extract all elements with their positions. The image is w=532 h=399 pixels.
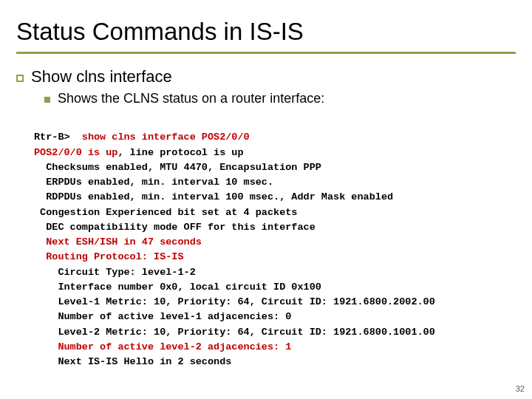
sub-bullet-icon — [44, 97, 50, 103]
terminal-output: Rtr-B> show clns interface POS2/0/0 POS2… — [34, 115, 516, 369]
term-line-9: Routing Protocol: IS-IS — [34, 251, 184, 262]
term-line-2: POS2/0/0 is up, line protocol is up — [34, 147, 244, 158]
bullet-text: Show clns interface — [31, 67, 172, 86]
term-line-8: Next ESH/ISH in 47 seconds — [34, 236, 202, 248]
term-line-4: ERPDUs enabled, min. interval 10 msec. — [34, 177, 273, 188]
term-line-10: Circuit Type: level-1-2 — [34, 267, 196, 278]
term-line-12: Level-1 Metric: 10, Priority: 64, Circui… — [34, 296, 435, 307]
term-line-1: Rtr-B> show clns interface POS2/0/0 — [34, 132, 250, 143]
bullet-level-2: Shows the CLNS status on a router interf… — [44, 91, 516, 106]
term-line-7: DEC compatibility mode OFF for this inte… — [34, 222, 316, 233]
slide-title: Status Commands in IS-IS — [16, 18, 516, 54]
term-line-14: Level-2 Metric: 10, Priority: 64, Circui… — [34, 327, 435, 338]
bullet-level-1: Show clns interface — [16, 67, 516, 86]
term-line-11: Interface number 0x0, local circuit ID 0… — [34, 282, 321, 293]
term-line-16: Next IS-IS Hello in 2 seconds — [34, 356, 231, 367]
term-line-3: Checksums enabled, MTU 4470, Encapsulati… — [34, 162, 321, 173]
bullet-icon — [16, 75, 24, 82]
page-number: 32 — [516, 384, 525, 393]
sub-bullet-text: Shows the CLNS status on a router interf… — [58, 91, 324, 106]
term-line-13: Number of active level-1 adjacencies: 0 — [34, 311, 291, 322]
term-line-5: RDPDUs enabled, min. interval 100 msec.,… — [34, 191, 393, 202]
term-line-15: Number of active level-2 adjacencies: 1 — [34, 341, 291, 352]
term-line-6: Congestion Experienced bit set at 4 pack… — [34, 207, 297, 218]
